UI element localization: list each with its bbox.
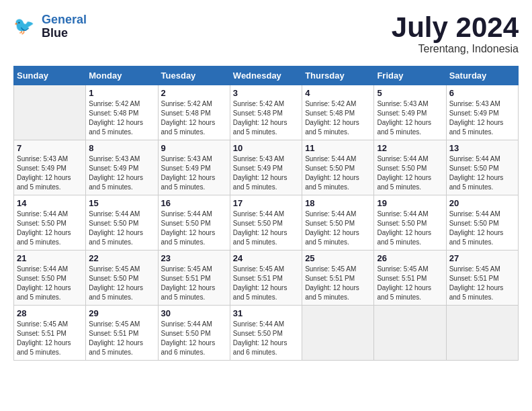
day-info: Sunrise: 5:44 AM Sunset: 5:50 PM Dayligh… [89, 210, 154, 247]
day-info: Sunrise: 5:45 AM Sunset: 5:51 PM Dayligh… [233, 265, 299, 302]
calendar-cell [14, 85, 86, 140]
calendar-cell: 22Sunrise: 5:45 AM Sunset: 5:50 PM Dayli… [86, 250, 158, 306]
day-number: 27 [449, 253, 515, 263]
calendar-cell: 28Sunrise: 5:45 AM Sunset: 5:51 PM Dayli… [14, 306, 86, 361]
calendar-cell: 9Sunrise: 5:43 AM Sunset: 5:49 PM Daylig… [158, 140, 230, 195]
weekday-header-sunday: Sunday [14, 66, 86, 85]
day-number: 6 [449, 88, 515, 98]
day-info: Sunrise: 5:42 AM Sunset: 5:48 PM Dayligh… [233, 99, 299, 137]
day-number: 21 [17, 253, 83, 263]
svg-text:🐦: 🐦 [13, 15, 35, 36]
day-number: 13 [449, 143, 515, 153]
page-header: 🐦 GeneralBlue July 2024 Terentang, Indon… [13, 13, 519, 55]
day-number: 20 [449, 198, 515, 208]
calendar-cell: 12Sunrise: 5:44 AM Sunset: 5:50 PM Dayli… [374, 140, 446, 195]
day-info: Sunrise: 5:44 AM Sunset: 5:50 PM Dayligh… [17, 210, 83, 247]
weekday-header-tuesday: Tuesday [158, 66, 230, 85]
calendar-cell: 3Sunrise: 5:42 AM Sunset: 5:48 PM Daylig… [230, 85, 302, 140]
day-info: Sunrise: 5:45 AM Sunset: 5:51 PM Dayligh… [17, 320, 83, 357]
weekday-header-saturday: Saturday [446, 66, 518, 85]
weekday-header-thursday: Thursday [302, 66, 374, 85]
day-info: Sunrise: 5:43 AM Sunset: 5:49 PM Dayligh… [89, 154, 154, 192]
day-info: Sunrise: 5:43 AM Sunset: 5:49 PM Dayligh… [17, 154, 83, 192]
logo-icon: 🐦 [13, 15, 38, 39]
day-number: 12 [377, 143, 443, 153]
calendar-cell: 27Sunrise: 5:45 AM Sunset: 5:51 PM Dayli… [446, 250, 518, 306]
weekday-header-row: SundayMondayTuesdayWednesdayThursdayFrid… [14, 66, 519, 85]
day-number: 25 [305, 253, 371, 263]
day-info: Sunrise: 5:44 AM Sunset: 5:50 PM Dayligh… [377, 154, 443, 192]
day-info: Sunrise: 5:44 AM Sunset: 5:50 PM Dayligh… [305, 210, 371, 247]
day-info: Sunrise: 5:44 AM Sunset: 5:50 PM Dayligh… [305, 154, 371, 192]
day-number: 5 [377, 88, 443, 98]
day-number: 26 [377, 253, 443, 263]
calendar-cell: 7Sunrise: 5:43 AM Sunset: 5:49 PM Daylig… [14, 140, 86, 195]
calendar-cell: 5Sunrise: 5:43 AM Sunset: 5:49 PM Daylig… [374, 85, 446, 140]
day-info: Sunrise: 5:44 AM Sunset: 5:50 PM Dayligh… [449, 210, 515, 247]
day-number: 22 [89, 253, 154, 263]
day-info: Sunrise: 5:45 AM Sunset: 5:51 PM Dayligh… [449, 265, 515, 302]
day-number: 30 [161, 308, 227, 318]
week-row-5: 28Sunrise: 5:45 AM Sunset: 5:51 PM Dayli… [14, 306, 519, 361]
day-number: 31 [233, 308, 299, 318]
day-number: 14 [17, 198, 83, 208]
calendar-cell: 8Sunrise: 5:43 AM Sunset: 5:49 PM Daylig… [86, 140, 158, 195]
calendar-cell: 17Sunrise: 5:44 AM Sunset: 5:50 PM Dayli… [230, 195, 302, 250]
day-number: 29 [89, 308, 154, 318]
calendar-cell: 26Sunrise: 5:45 AM Sunset: 5:51 PM Dayli… [374, 250, 446, 306]
title-block: July 2024 Terentang, Indonesia [392, 13, 519, 55]
calendar-cell: 13Sunrise: 5:44 AM Sunset: 5:50 PM Dayli… [446, 140, 518, 195]
calendar-table: SundayMondayTuesdayWednesdayThursdayFrid… [13, 66, 519, 361]
week-row-1: 1Sunrise: 5:42 AM Sunset: 5:48 PM Daylig… [14, 85, 519, 140]
day-info: Sunrise: 5:42 AM Sunset: 5:48 PM Dayligh… [89, 99, 154, 137]
day-info: Sunrise: 5:43 AM Sunset: 5:49 PM Dayligh… [449, 99, 515, 137]
day-number: 3 [233, 88, 299, 98]
location-subtitle: Terentang, Indonesia [392, 43, 519, 55]
day-info: Sunrise: 5:43 AM Sunset: 5:49 PM Dayligh… [377, 99, 443, 137]
calendar-cell: 2Sunrise: 5:42 AM Sunset: 5:48 PM Daylig… [158, 85, 230, 140]
calendar-cell: 24Sunrise: 5:45 AM Sunset: 5:51 PM Dayli… [230, 250, 302, 306]
calendar-cell: 19Sunrise: 5:44 AM Sunset: 5:50 PM Dayli… [374, 195, 446, 250]
day-number: 15 [89, 198, 154, 208]
calendar-cell: 1Sunrise: 5:42 AM Sunset: 5:48 PM Daylig… [86, 85, 158, 140]
day-info: Sunrise: 5:44 AM Sunset: 5:50 PM Dayligh… [17, 265, 83, 302]
day-number: 28 [17, 308, 83, 318]
week-row-4: 21Sunrise: 5:44 AM Sunset: 5:50 PM Dayli… [14, 250, 519, 306]
logo-text: GeneralBlue [42, 13, 87, 40]
calendar-cell [446, 306, 518, 361]
day-info: Sunrise: 5:44 AM Sunset: 5:50 PM Dayligh… [233, 210, 299, 247]
day-info: Sunrise: 5:44 AM Sunset: 5:50 PM Dayligh… [377, 210, 443, 247]
month-year-title: July 2024 [392, 13, 519, 42]
day-number: 18 [305, 198, 371, 208]
calendar-cell: 25Sunrise: 5:45 AM Sunset: 5:51 PM Dayli… [302, 250, 374, 306]
day-number: 19 [377, 198, 443, 208]
calendar-cell [302, 306, 374, 361]
weekday-header-monday: Monday [86, 66, 158, 85]
day-number: 8 [89, 143, 154, 153]
day-info: Sunrise: 5:44 AM Sunset: 5:50 PM Dayligh… [449, 154, 515, 192]
day-number: 9 [161, 143, 227, 153]
week-row-2: 7Sunrise: 5:43 AM Sunset: 5:49 PM Daylig… [14, 140, 519, 195]
day-number: 4 [305, 88, 371, 98]
day-number: 2 [161, 88, 227, 98]
week-row-3: 14Sunrise: 5:44 AM Sunset: 5:50 PM Dayli… [14, 195, 519, 250]
day-info: Sunrise: 5:42 AM Sunset: 5:48 PM Dayligh… [161, 99, 227, 137]
calendar-cell: 31Sunrise: 5:44 AM Sunset: 5:50 PM Dayli… [230, 306, 302, 361]
day-info: Sunrise: 5:45 AM Sunset: 5:51 PM Dayligh… [89, 320, 154, 357]
calendar-cell: 14Sunrise: 5:44 AM Sunset: 5:50 PM Dayli… [14, 195, 86, 250]
day-number: 24 [233, 253, 299, 263]
calendar-cell [374, 306, 446, 361]
calendar-cell: 21Sunrise: 5:44 AM Sunset: 5:50 PM Dayli… [14, 250, 86, 306]
day-number: 11 [305, 143, 371, 153]
day-info: Sunrise: 5:42 AM Sunset: 5:48 PM Dayligh… [305, 99, 371, 137]
day-number: 7 [17, 143, 83, 153]
day-info: Sunrise: 5:45 AM Sunset: 5:51 PM Dayligh… [305, 265, 371, 302]
day-info: Sunrise: 5:44 AM Sunset: 5:50 PM Dayligh… [161, 210, 227, 247]
calendar-cell: 11Sunrise: 5:44 AM Sunset: 5:50 PM Dayli… [302, 140, 374, 195]
calendar-cell: 18Sunrise: 5:44 AM Sunset: 5:50 PM Dayli… [302, 195, 374, 250]
calendar-cell: 20Sunrise: 5:44 AM Sunset: 5:50 PM Dayli… [446, 195, 518, 250]
day-info: Sunrise: 5:44 AM Sunset: 5:50 PM Dayligh… [233, 320, 299, 357]
calendar-cell: 6Sunrise: 5:43 AM Sunset: 5:49 PM Daylig… [446, 85, 518, 140]
calendar-cell: 4Sunrise: 5:42 AM Sunset: 5:48 PM Daylig… [302, 85, 374, 140]
day-info: Sunrise: 5:43 AM Sunset: 5:49 PM Dayligh… [233, 154, 299, 192]
